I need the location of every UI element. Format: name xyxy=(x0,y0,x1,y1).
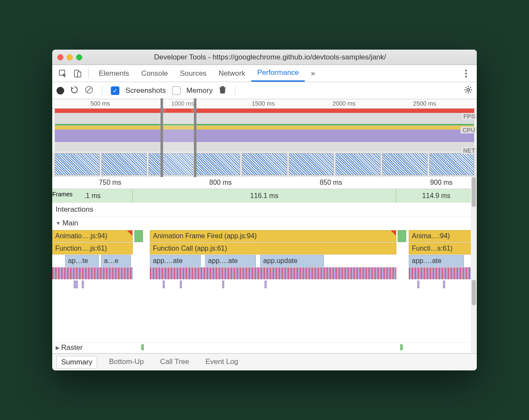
tab-sources[interactable]: Sources xyxy=(174,65,212,82)
main-track-label: Main xyxy=(62,219,78,228)
flame-event[interactable] xyxy=(180,281,182,288)
net-lane xyxy=(55,146,474,151)
disclosure-triangle-icon[interactable]: ▼ xyxy=(56,220,61,226)
flame-event[interactable] xyxy=(163,281,165,288)
record-button[interactable] xyxy=(56,87,64,95)
flame-aggregate[interactable] xyxy=(52,267,133,279)
flame-event[interactable]: Function Call (app.js:61) xyxy=(150,243,396,254)
fps-lane-label: FPS xyxy=(462,113,477,120)
flame-event[interactable]: a…e xyxy=(101,255,131,267)
flame-aggregate[interactable] xyxy=(409,267,477,279)
clear-button[interactable] xyxy=(85,86,93,95)
overview-fps-warning-bar xyxy=(55,109,474,113)
flame-event[interactable]: Animation Frame Fired (app.js:94) xyxy=(150,230,396,242)
flame-event[interactable]: app.…ate xyxy=(409,255,464,267)
flame-event[interactable] xyxy=(74,281,78,288)
flame-aggregate[interactable] xyxy=(150,267,396,279)
divider xyxy=(235,86,235,96)
svg-line-4 xyxy=(87,88,91,92)
capture-settings-icon[interactable] xyxy=(464,86,473,95)
filmstrip-thumb[interactable] xyxy=(101,153,146,175)
cpu-lane xyxy=(55,126,474,146)
tab-network[interactable]: Network xyxy=(213,65,251,82)
flame-event[interactable]: app.…ate xyxy=(150,255,201,267)
tab-performance[interactable]: Performance xyxy=(251,65,305,82)
flame-event[interactable]: Anima…:94) xyxy=(409,230,477,242)
frame-segment[interactable]: 114.9 ms xyxy=(396,189,477,203)
settings-menu-icon[interactable] xyxy=(460,70,473,77)
flame-event[interactable]: app.…ate xyxy=(205,255,256,267)
ruler-tick: 900 ms xyxy=(430,179,452,186)
panel-tabstrip: ElementsConsoleSourcesNetworkPerformance… xyxy=(52,65,477,82)
flame-event[interactable]: Animatio….js:94) xyxy=(52,230,133,242)
filmstrip-thumb[interactable] xyxy=(55,153,100,175)
ruler-tick: 500 ms xyxy=(90,100,110,107)
ruler-tick: 2000 ms xyxy=(333,100,356,107)
details-tab-bottom-up[interactable]: Bottom-Up xyxy=(105,356,148,369)
memory-checkbox[interactable] xyxy=(172,86,181,95)
frames-track-label: Frames xyxy=(52,191,72,198)
minimize-window-button[interactable] xyxy=(67,54,73,60)
raster-event[interactable] xyxy=(141,344,144,350)
flame-event[interactable] xyxy=(82,281,84,288)
filmstrip-thumb[interactable] xyxy=(289,153,334,175)
flame-event[interactable] xyxy=(264,281,267,288)
device-toolbar-icon[interactable] xyxy=(71,67,84,80)
svg-point-5 xyxy=(467,89,470,91)
tab-console[interactable]: Console xyxy=(135,65,174,82)
timeline-ruler[interactable]: 750 ms 800 ms 850 ms 900 ms xyxy=(52,177,477,189)
vertical-scrollbar[interactable] xyxy=(471,177,477,353)
raster-track-label: Raster xyxy=(61,343,83,352)
net-lane-label: NET xyxy=(461,147,477,154)
flame-event[interactable] xyxy=(398,230,406,242)
overview-ruler[interactable]: 500 ms 1000 ms 1500 ms 2000 ms 2500 ms xyxy=(52,99,477,109)
filmstrip-thumb[interactable] xyxy=(242,153,287,175)
memory-label[interactable]: Memory xyxy=(187,86,213,95)
overview-panel[interactable]: 500 ms 1000 ms 1500 ms 2000 ms 2500 ms F… xyxy=(52,99,477,177)
screenshots-label[interactable]: Screenshots xyxy=(125,86,166,95)
filmstrip-thumb[interactable] xyxy=(336,153,380,175)
frame-segment[interactable]: 116.1 ms xyxy=(133,189,396,203)
flame-event[interactable]: Functi…s:61) xyxy=(409,243,477,254)
ruler-tick: 1500 ms xyxy=(252,100,275,107)
filmstrip-thumb[interactable] xyxy=(195,153,240,175)
titlebar: Developer Tools - https://googlechrome.g… xyxy=(52,50,477,65)
svg-rect-2 xyxy=(77,72,81,77)
cpu-lane-label: CPU xyxy=(461,127,477,133)
overview-selection-handle[interactable] xyxy=(160,99,196,177)
filmstrip-thumb[interactable] xyxy=(382,153,427,175)
main-flamechart[interactable]: Animatio….js:94)Animation Frame Fired (a… xyxy=(52,230,477,342)
flame-event[interactable] xyxy=(443,281,445,288)
flame-event[interactable] xyxy=(417,281,419,288)
divider xyxy=(102,86,102,96)
tab-elements[interactable]: Elements xyxy=(93,65,135,82)
raster-event[interactable] xyxy=(400,344,403,350)
scrollbar-thumb[interactable] xyxy=(472,177,476,207)
gc-button[interactable] xyxy=(219,86,226,95)
close-window-button[interactable] xyxy=(57,54,63,60)
scrollbar-thumb[interactable] xyxy=(472,280,476,305)
ruler-tick: 2500 ms xyxy=(413,100,436,107)
zoom-window-button[interactable] xyxy=(76,54,82,60)
filmstrip-thumb[interactable] xyxy=(429,153,474,175)
flame-event[interactable] xyxy=(222,281,224,288)
inspect-element-icon[interactable] xyxy=(56,67,69,80)
frames-track[interactable]: Frames .1 ms116.1 ms114.9 ms xyxy=(52,189,477,203)
screenshots-checkbox[interactable]: ✓ xyxy=(111,86,119,95)
flame-event[interactable]: ap…te xyxy=(65,255,99,267)
tabs-container: ElementsConsoleSourcesNetworkPerformance xyxy=(93,65,305,82)
more-tabs-button[interactable]: » xyxy=(306,69,319,78)
details-tab-event-log[interactable]: Event Log xyxy=(201,356,243,369)
details-tab-summary[interactable]: Summary xyxy=(56,356,97,369)
main-track-header[interactable]: ▼Main xyxy=(52,216,477,230)
window-controls xyxy=(57,54,82,60)
details-tab-call-tree[interactable]: Call Tree xyxy=(156,356,193,369)
filmstrip[interactable] xyxy=(52,151,477,177)
interactions-track[interactable]: Interactions xyxy=(52,203,477,216)
flame-event[interactable]: Function….js:61) xyxy=(52,243,133,254)
flame-event[interactable] xyxy=(134,230,143,242)
flame-event[interactable]: app.update xyxy=(260,255,324,267)
disclosure-triangle-icon[interactable]: ▶ xyxy=(56,345,59,351)
raster-track-header[interactable]: ▶Raster xyxy=(52,342,477,353)
reload-record-button[interactable] xyxy=(70,86,79,95)
